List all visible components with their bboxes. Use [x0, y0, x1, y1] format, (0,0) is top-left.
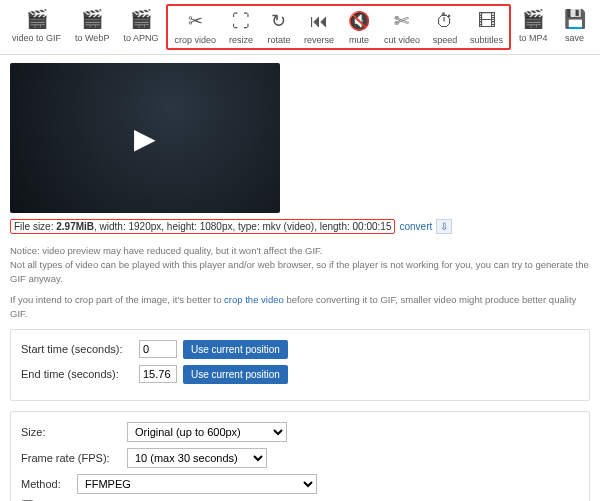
tool-crop-video[interactable]: ✂crop video — [168, 6, 222, 48]
tool-reverse[interactable]: ⏮reverse — [298, 6, 340, 48]
tool-video-to-gif[interactable]: 🎬video to GIF — [6, 4, 67, 50]
tool-speed[interactable]: ⏱speed — [426, 6, 464, 48]
film-icon: 🎬 — [129, 7, 153, 31]
tool-rotate[interactable]: ↻rotate — [260, 6, 298, 48]
method-select[interactable]: FFMPEG — [77, 474, 317, 494]
end-time-input[interactable] — [139, 365, 177, 383]
cut-icon: ✄ — [390, 9, 414, 33]
toolbar: 🎬video to GIF 🎬to WebP 🎬to APNG ✂crop vi… — [0, 0, 600, 55]
speed-icon: ⏱ — [433, 9, 457, 33]
start-time-input[interactable] — [139, 340, 177, 358]
film-icon: 🎬 — [521, 7, 545, 31]
tool-subtitles[interactable]: 🎞subtitles — [464, 6, 509, 48]
tool-save[interactable]: 💾save — [556, 4, 594, 50]
file-info-row: File size: 2.97MiB, width: 1920px, heigh… — [10, 219, 590, 234]
video-preview[interactable]: ▶ — [10, 63, 280, 213]
size-select[interactable]: Original (up to 600px) — [127, 422, 287, 442]
options-panel: Size:Original (up to 600px) Frame rate (… — [10, 411, 590, 501]
tool-to-webp[interactable]: 🎬to WebP — [69, 4, 115, 50]
mute-icon: 🔇 — [347, 9, 371, 33]
fps-label: Frame rate (FPS): — [21, 452, 121, 464]
crop-hint-text: If you intend to crop part of the image,… — [10, 293, 590, 321]
save-icon: 💾 — [563, 7, 587, 31]
rotate-icon: ↻ — [267, 9, 291, 33]
tool-to-mp4[interactable]: 🎬to MP4 — [513, 4, 554, 50]
crop-video-link[interactable]: crop the video — [224, 294, 284, 305]
file-info: File size: 2.97MiB, width: 1920px, heigh… — [10, 219, 395, 234]
use-current-start-button[interactable]: Use current position — [183, 340, 288, 359]
size-label: Size: — [21, 426, 121, 438]
film-icon: 🎬 — [25, 7, 49, 31]
convert-link[interactable]: convert — [399, 221, 432, 232]
resize-icon: ⛶ — [229, 9, 253, 33]
play-icon: ▶ — [134, 122, 156, 155]
reverse-icon: ⏮ — [307, 9, 331, 33]
use-current-end-button[interactable]: Use current position — [183, 365, 288, 384]
notice-text: Notice: video preview may have reduced q… — [10, 244, 590, 285]
download-button[interactable]: ⇩ — [436, 219, 452, 234]
fps-select[interactable]: 10 (max 30 seconds) — [127, 448, 267, 468]
time-panel: Start time (seconds):Use current positio… — [10, 329, 590, 401]
highlighted-tools: ✂crop video ⛶resize ↻rotate ⏮reverse 🔇mu… — [166, 4, 511, 50]
tool-resize[interactable]: ⛶resize — [222, 6, 260, 48]
method-label: Method: — [21, 478, 71, 490]
tool-mute[interactable]: 🔇mute — [340, 6, 378, 48]
start-time-label: Start time (seconds): — [21, 343, 133, 355]
subtitles-icon: 🎞 — [475, 9, 499, 33]
film-icon: 🎬 — [80, 7, 104, 31]
tool-to-apng[interactable]: 🎬to APNG — [117, 4, 164, 50]
tool-cut-video[interactable]: ✄cut video — [378, 6, 426, 48]
end-time-label: End time (seconds): — [21, 368, 133, 380]
crop-icon: ✂ — [183, 9, 207, 33]
